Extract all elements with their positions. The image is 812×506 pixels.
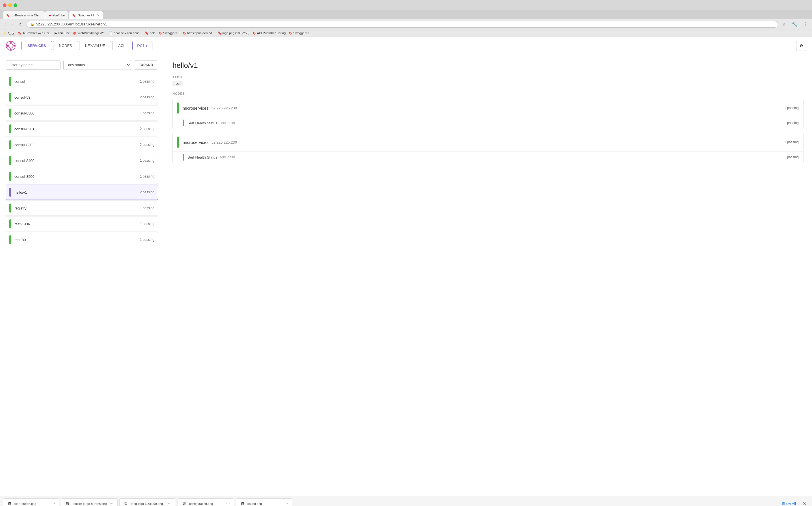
service-list: consul 1 passing consul-53 2 passing con… <box>6 74 158 247</box>
address-bar[interactable]: 🔒 52.225.225.230:8500/ui/#/dc1/services/… <box>26 21 778 28</box>
service-item[interactable]: consul-8500 1 passing <box>6 169 158 184</box>
service-passing: 2 passing <box>140 190 154 194</box>
download-more-icon[interactable]: ··· <box>108 501 114 506</box>
filter-status-select[interactable]: any status passing warning critical <box>63 60 131 70</box>
tab-acl[interactable]: ACL <box>112 41 131 50</box>
bookmark-api[interactable]: 🔖 API Publisher Listing <box>252 31 286 35</box>
forward-button[interactable]: › <box>10 21 15 27</box>
download-more-icon[interactable]: ··· <box>167 501 173 506</box>
tab-nodes[interactable]: NODES <box>53 41 78 50</box>
node-status-bar <box>177 102 179 114</box>
bookmark-swagger1[interactable]: 🔖 Swagger UI <box>158 31 179 35</box>
service-passing: 1 passing <box>140 79 154 83</box>
service-item[interactable]: hello/v1 2 passing <box>6 185 158 200</box>
dc1-selector[interactable]: DC1 ▾ <box>132 41 152 50</box>
service-status-bar <box>9 235 11 244</box>
service-status-bar <box>9 108 11 117</box>
service-passing: 2 passing <box>140 127 154 131</box>
service-item[interactable]: consul-8302 2 passing <box>6 137 158 152</box>
tab-youtube[interactable]: ▶ YouTube <box>45 11 68 19</box>
svg-point-2 <box>10 41 12 43</box>
service-status-bar <box>9 77 11 86</box>
node-card: microservices 52.225.225.230 1 passing S… <box>172 133 804 163</box>
lock-icon: 🔒 <box>30 22 34 26</box>
download-filename: jfrog-logo-300x290.png <box>131 502 165 505</box>
show-all-button[interactable]: Show All <box>779 500 799 506</box>
dc1-label: DC1 <box>137 44 145 48</box>
close-window-btn[interactable] <box>3 3 6 7</box>
tab-jxbrowser[interactable]: 🔖 JxBrowser — a Chr... <box>3 11 45 19</box>
download-filename: docker-large-h-trans.png <box>73 502 107 505</box>
expand-button[interactable]: EXPAND <box>134 61 158 70</box>
browser-titlebar <box>0 0 812 10</box>
bookmark-jxbrowser[interactable]: 🔖 JxBrowser — a Chr... <box>17 31 52 35</box>
check-status-bar <box>183 119 184 126</box>
service-item[interactable]: rest-1936 1 passing <box>6 216 158 232</box>
service-item[interactable]: consul-8300 1 passing <box>6 105 158 121</box>
service-passing: 2 passing <box>140 95 154 99</box>
menu-button[interactable]: ⋮ <box>801 21 809 27</box>
check-name: Serf Health Status <box>187 155 218 159</box>
tab-keyvalue[interactable]: KEY/VALUE <box>79 41 111 50</box>
bookmark-swagger2[interactable]: 🔖 Swagger UI <box>289 31 310 35</box>
bookmark-apache[interactable]: 📄 apache - You don't... <box>109 31 142 35</box>
maximize-window-btn[interactable] <box>14 3 17 7</box>
service-status-bar <box>9 124 11 134</box>
bookmark-logo[interactable]: 🔖 logo.png (185×256) <box>218 31 250 35</box>
service-passing: 1 passing <box>140 111 154 115</box>
svg-point-1 <box>8 44 13 48</box>
service-passing: 2 passing <box>140 143 154 147</box>
bookmark-youtube[interactable]: ▶ YouTube <box>55 31 70 35</box>
service-name: consul-8500 <box>14 174 140 179</box>
svg-point-3 <box>6 45 8 47</box>
service-item[interactable]: consul 1 passing <box>6 74 158 89</box>
tab-label: JxBrowser — a Chr... <box>12 14 41 17</box>
download-file-icon: 🖼 <box>239 500 246 506</box>
download-more-icon[interactable]: ··· <box>50 501 56 506</box>
node-ip: 52.225.225.230 <box>212 140 237 145</box>
node-passing: 1 passing <box>784 140 799 144</box>
settings-button[interactable]: ⚙ <box>796 41 806 51</box>
tab-active[interactable]: 🔖 Swagger UI ✕ <box>69 11 103 19</box>
bookmark-dele[interactable]: 🔖 dele <box>145 31 156 35</box>
service-item[interactable]: registry 1 passing <box>6 200 158 216</box>
bookmark-apps[interactable]: ⚡ Apps <box>3 31 15 35</box>
service-item[interactable]: consul-8400 1 passing <box>6 153 158 168</box>
left-panel: any status passing warning critical EXPA… <box>0 54 164 496</box>
tab-services[interactable]: SERVICES <box>21 41 52 50</box>
bookmark-webprint[interactable]: 🐙 WebPrint/ImageWr... <box>73 31 106 35</box>
tags-section-label: TAGS <box>172 76 804 79</box>
minimize-window-btn[interactable] <box>8 3 12 7</box>
tab-label: Swagger UI <box>78 14 94 17</box>
service-name: hello/v1 <box>14 190 140 194</box>
app-navbar: SERVICES NODES KEY/VALUE ACL DC1 ▾ ⚙ <box>0 37 812 54</box>
bookmark-label: Apps <box>8 32 15 35</box>
filter-name-input[interactable] <box>6 60 61 70</box>
url-text: 52.225.225.230:8500/ui/#/dc1/services/he… <box>36 22 107 26</box>
chevron-down-icon: ▾ <box>146 44 148 48</box>
service-item[interactable]: consul-53 2 passing <box>6 90 158 105</box>
service-item[interactable]: consul-8301 2 passing <box>6 121 158 137</box>
close-downloads-button[interactable]: ✕ <box>800 500 809 506</box>
browser-tabs: 🔖 JxBrowser — a Chr... ▶ YouTube 🔖 Swagg… <box>0 10 812 19</box>
extensions-button[interactable]: 🔧 <box>790 21 799 27</box>
service-title: hello/v1 <box>172 61 804 70</box>
download-more-icon[interactable]: ··· <box>283 501 289 506</box>
download-filename: sound.png <box>247 502 281 505</box>
svg-point-5 <box>13 45 15 47</box>
service-item[interactable]: rest-80 1 passing <box>6 232 158 247</box>
reload-button[interactable]: ↻ <box>17 21 24 27</box>
bookmark-pnc[interactable]: 🔖 https://pnc-demo-f... <box>182 31 215 35</box>
main-content: any status passing warning critical EXPA… <box>0 54 812 496</box>
browser-addressbar: ‹ › ↻ 🔒 52.225.225.230:8500/ui/#/dc1/ser… <box>0 19 812 29</box>
download-more-icon[interactable]: ··· <box>225 501 231 506</box>
node-check: Serf Health Status serfHealth passing <box>173 117 803 129</box>
bookmark-icon[interactable]: ☆ <box>780 21 788 27</box>
node-header: microservices 52.225.225.230 1 passing <box>173 133 803 151</box>
node-status-bar <box>177 137 179 148</box>
download-file-icon: 🖼 <box>64 500 71 506</box>
node-name: microservices <box>183 140 209 145</box>
tab-close-icon[interactable]: ✕ <box>97 14 99 17</box>
download-file-icon: 🖼 <box>181 500 187 506</box>
back-button[interactable]: ‹ <box>3 21 8 27</box>
